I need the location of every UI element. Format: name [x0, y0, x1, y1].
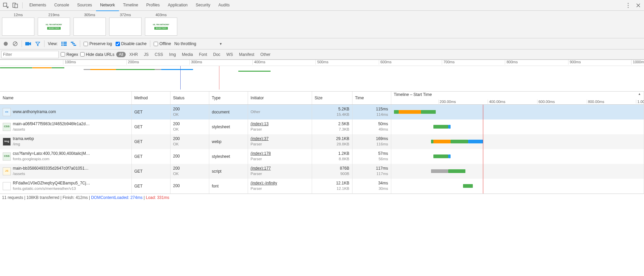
- offline-checkbox[interactable]: Offline: [154, 41, 171, 46]
- file-type-icon: <>: [3, 108, 11, 116]
- file-type-icon: img: [3, 138, 11, 146]
- column-header[interactable]: Status: [170, 92, 209, 105]
- initiator-link[interactable]: (index):-Infinity: [251, 181, 309, 186]
- column-header[interactable]: Name: [0, 92, 131, 105]
- column-header[interactable]: Method: [131, 92, 170, 105]
- tab-timeline[interactable]: Timeline: [119, 0, 142, 11]
- tab-application[interactable]: Application: [164, 0, 192, 11]
- filter-type-media[interactable]: Media: [180, 52, 195, 57]
- close-icon[interactable]: [635, 2, 641, 8]
- filmstrip-frame[interactable]: 372ms: [109, 13, 142, 36]
- camera-icon[interactable]: [25, 41, 31, 47]
- svg-rect-10: [63, 42, 67, 43]
- svg-rect-12: [63, 43, 67, 44]
- filter-type-js[interactable]: JS: [142, 52, 151, 57]
- file-type-icon: [3, 182, 11, 190]
- filmstrip-frame[interactable]: 12ms: [2, 13, 34, 36]
- svg-rect-9: [61, 42, 63, 43]
- filmstrip-frame[interactable]: 305ms: [73, 13, 106, 36]
- tab-audits[interactable]: Audits: [214, 0, 234, 11]
- file-type-icon: CSS: [3, 152, 11, 161]
- file-type-icon: JS: [3, 167, 11, 175]
- clear-icon[interactable]: [12, 41, 18, 47]
- file-type-icon: CSS: [3, 123, 11, 131]
- view-label: View:: [48, 41, 58, 46]
- svg-point-3: [628, 3, 629, 4]
- filter-type-xhr[interactable]: XHR: [127, 52, 140, 57]
- hide-data-urls-checkbox[interactable]: Hide data URLs: [80, 52, 115, 57]
- initiator-link[interactable]: (index):37: [251, 136, 309, 142]
- throttle-select[interactable]: No throttling: [174, 41, 196, 46]
- inspect-icon[interactable]: [3, 2, 9, 8]
- initiator-link[interactable]: (index):177: [251, 166, 309, 171]
- svg-rect-15: [71, 42, 73, 43]
- initiator-link[interactable]: (index):13: [251, 122, 309, 127]
- request-row[interactable]: <>www.anthonytrama.comGET200OKdocumentOt…: [0, 105, 644, 119]
- filter-type-css[interactable]: CSS: [152, 52, 165, 57]
- svg-rect-2: [15, 4, 18, 8]
- record-icon[interactable]: [3, 41, 9, 47]
- filter-type-ws[interactable]: WS: [224, 52, 235, 57]
- regex-checkbox[interactable]: Regex: [61, 52, 78, 57]
- filter-input[interactable]: [1, 51, 59, 58]
- filter-type-doc[interactable]: Doc: [211, 52, 223, 57]
- column-header[interactable]: Time: [352, 92, 391, 105]
- tab-sources[interactable]: Sources: [73, 0, 96, 11]
- column-header[interactable]: Size: [312, 92, 352, 105]
- filmstrip-frame[interactable]: 219msHI, I'M ANTHONYRECENT POSTS: [38, 13, 70, 36]
- filmstrip-frame[interactable]: 403msHI, I'M ANTHONYRECENT POSTS: [145, 13, 177, 36]
- svg-rect-11: [61, 43, 63, 44]
- column-header[interactable]: Initiator: [248, 92, 312, 105]
- disable-cache-checkbox[interactable]: Disable cache: [116, 41, 147, 46]
- svg-point-6: [4, 42, 8, 46]
- filter-type-font[interactable]: Font: [197, 52, 210, 57]
- column-header[interactable]: Timeline – Start Time▲200.00ms400.00ms60…: [391, 92, 644, 105]
- summary-bar: 11 requests | 108KB transferred | Finish…: [0, 194, 644, 201]
- request-row[interactable]: JSmain-bb35860493335d2647c0f7a01051…/ass…: [0, 164, 644, 179]
- dropdown-icon[interactable]: ▾: [220, 41, 222, 46]
- tab-network[interactable]: Network: [96, 0, 119, 11]
- device-icon[interactable]: [12, 2, 18, 8]
- view-list-icon[interactable]: [61, 41, 67, 47]
- svg-rect-13: [61, 45, 63, 46]
- initiator-link[interactable]: (index):178: [251, 151, 309, 157]
- tab-elements[interactable]: Elements: [25, 0, 50, 11]
- sort-indicator-icon: ▲: [638, 92, 641, 96]
- svg-point-4: [628, 5, 629, 6]
- filter-type-img[interactable]: Img: [167, 52, 178, 57]
- request-row[interactable]: CSScss?family=Lato:400,700,900,400italic…: [0, 149, 644, 164]
- filter-type-manifest[interactable]: Manifest: [237, 52, 256, 57]
- tab-profiles[interactable]: Profiles: [142, 0, 164, 11]
- tab-console[interactable]: Console: [50, 0, 73, 11]
- column-header[interactable]: Type: [209, 92, 248, 105]
- request-row[interactable]: CSSmain-a06f9477f5983c1f4652b946fe1a2d…/…: [0, 119, 644, 134]
- filter-icon[interactable]: [35, 41, 41, 47]
- filter-type-all[interactable]: All: [116, 52, 125, 57]
- svg-point-5: [628, 7, 629, 8]
- request-row[interactable]: imgtrama.webp/imgGET200OKwebp(index):37P…: [0, 134, 644, 149]
- preserve-log-checkbox[interactable]: Preserve log: [84, 41, 112, 46]
- svg-rect-17: [73, 45, 76, 46]
- view-waterfall-icon[interactable]: [70, 41, 76, 47]
- filter-type-other[interactable]: Other: [258, 52, 273, 57]
- svg-rect-8: [25, 42, 29, 45]
- svg-rect-14: [63, 45, 67, 46]
- svg-rect-16: [72, 43, 75, 44]
- more-icon[interactable]: [625, 2, 631, 8]
- request-row[interactable]: RFda8w1V0eDZheqfcyQ4EBampu5_7Cj…fonts.gs…: [0, 179, 644, 194]
- tab-security[interactable]: Security: [192, 0, 214, 11]
